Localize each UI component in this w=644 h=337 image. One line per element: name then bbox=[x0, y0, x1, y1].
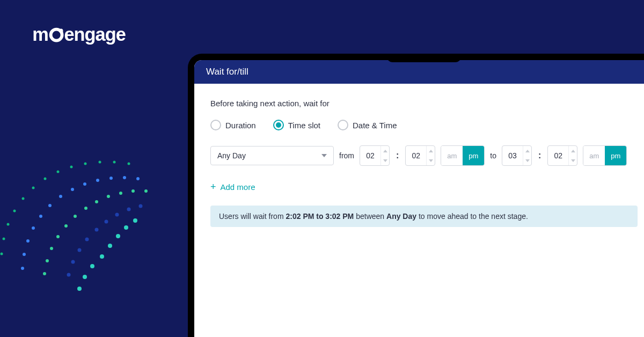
svg-point-48 bbox=[84, 163, 87, 165]
svg-point-29 bbox=[56, 235, 60, 238]
svg-point-20 bbox=[67, 273, 71, 277]
brand-logo: m engage bbox=[32, 24, 150, 47]
svg-point-41 bbox=[39, 215, 42, 218]
timeslot-row: Any Day from 02 : 02 bbox=[210, 145, 638, 166]
app-screen: Wait for/till Before taking next action,… bbox=[194, 60, 644, 337]
svg-point-38 bbox=[136, 177, 140, 180]
svg-point-14 bbox=[115, 213, 119, 217]
svg-point-42 bbox=[32, 226, 35, 230]
svg-point-12 bbox=[95, 228, 99, 232]
add-more-button[interactable]: + Add more bbox=[210, 182, 255, 192]
svg-point-43 bbox=[26, 239, 30, 243]
svg-point-15 bbox=[127, 208, 131, 211]
radio-label: Time slot bbox=[288, 121, 320, 130]
svg-point-53 bbox=[32, 187, 35, 189]
svg-point-36 bbox=[109, 177, 113, 180]
svg-point-13 bbox=[105, 220, 108, 224]
radio-icon bbox=[273, 120, 284, 130]
svg-point-56 bbox=[7, 223, 10, 226]
step-down-icon[interactable] bbox=[427, 156, 435, 165]
summary-mid: between bbox=[354, 212, 386, 221]
from-hour-value: 02 bbox=[360, 146, 380, 165]
svg-point-37 bbox=[123, 176, 126, 179]
svg-text:engage: engage bbox=[64, 24, 126, 45]
step-up-icon[interactable] bbox=[427, 146, 435, 156]
step-up-icon[interactable] bbox=[381, 146, 389, 156]
svg-point-44 bbox=[23, 253, 26, 256]
svg-point-35 bbox=[96, 179, 99, 182]
to-ampm-toggle[interactable]: am pm bbox=[583, 145, 627, 166]
time-colon: : bbox=[537, 151, 542, 160]
svg-point-16 bbox=[139, 204, 143, 208]
day-select[interactable]: Any Day bbox=[210, 146, 334, 165]
svg-point-55 bbox=[13, 210, 16, 213]
svg-point-57 bbox=[3, 238, 5, 240]
svg-point-34 bbox=[83, 182, 86, 186]
time-colon: : bbox=[395, 151, 400, 160]
summary-range: 2:02 PM to 3:02 PM bbox=[286, 212, 354, 221]
svg-point-6 bbox=[116, 234, 120, 238]
plus-icon: + bbox=[210, 182, 216, 192]
to-minute-value: 02 bbox=[548, 146, 568, 165]
svg-point-32 bbox=[43, 272, 46, 275]
from-label: from bbox=[339, 151, 354, 160]
step-down-icon[interactable] bbox=[381, 156, 389, 165]
to-pm-option[interactable]: pm bbox=[605, 146, 626, 165]
radio-icon bbox=[338, 120, 348, 130]
svg-point-23 bbox=[107, 195, 110, 198]
device-notch bbox=[386, 54, 462, 62]
svg-point-31 bbox=[46, 259, 49, 262]
summary-suffix: to move ahead to the next stage. bbox=[416, 212, 528, 221]
summary-day: Any Day bbox=[386, 212, 416, 221]
radio-datetime[interactable]: Date & Time bbox=[338, 120, 397, 130]
svg-point-58 bbox=[1, 253, 3, 255]
step-down-icon[interactable] bbox=[569, 156, 577, 165]
svg-point-24 bbox=[119, 192, 122, 195]
to-minute-stepper[interactable]: 02 bbox=[547, 145, 577, 166]
step-up-icon[interactable] bbox=[523, 146, 531, 156]
svg-point-10 bbox=[83, 275, 87, 279]
device-frame: Wait for/till Before taking next action,… bbox=[188, 54, 644, 337]
to-am-option[interactable]: am bbox=[583, 146, 605, 165]
from-minute-stepper[interactable]: 02 bbox=[405, 145, 435, 166]
from-minute-value: 02 bbox=[406, 146, 426, 165]
from-ampm-toggle[interactable]: am pm bbox=[441, 145, 485, 166]
summary-prefix: Users will wait from bbox=[219, 212, 286, 221]
panel-title: Wait for/till bbox=[194, 60, 644, 84]
wait-prompt: Before taking next action, wait for bbox=[210, 99, 638, 108]
svg-point-28 bbox=[64, 224, 68, 228]
svg-text:m: m bbox=[32, 24, 48, 45]
svg-point-54 bbox=[22, 197, 25, 200]
to-hour-stepper[interactable]: 03 bbox=[502, 145, 532, 166]
svg-point-50 bbox=[113, 161, 116, 164]
from-pm-option[interactable]: pm bbox=[463, 146, 484, 165]
step-up-icon[interactable] bbox=[569, 146, 577, 156]
svg-point-45 bbox=[21, 267, 24, 270]
svg-point-27 bbox=[74, 215, 77, 218]
svg-point-40 bbox=[48, 204, 52, 207]
svg-point-2 bbox=[59, 29, 63, 33]
svg-point-18 bbox=[78, 248, 82, 252]
summary-banner: Users will wait from 2:02 PM to 3:02 PM … bbox=[210, 206, 638, 227]
svg-point-7 bbox=[124, 225, 128, 230]
svg-point-22 bbox=[95, 200, 98, 203]
svg-point-17 bbox=[85, 238, 89, 241]
radio-duration[interactable]: Duration bbox=[210, 120, 256, 130]
radio-timeslot[interactable]: Time slot bbox=[273, 120, 320, 130]
svg-point-26 bbox=[144, 189, 148, 193]
svg-point-30 bbox=[50, 247, 53, 250]
svg-point-33 bbox=[71, 188, 74, 191]
add-more-label: Add more bbox=[221, 182, 255, 192]
svg-point-25 bbox=[131, 189, 135, 193]
from-hour-stepper[interactable]: 02 bbox=[360, 145, 390, 166]
step-down-icon[interactable] bbox=[523, 156, 531, 165]
wait-type-radio-group: Duration Time slot Date & Time bbox=[210, 120, 638, 130]
from-am-option[interactable]: am bbox=[441, 146, 463, 165]
chevron-down-icon bbox=[321, 154, 327, 157]
svg-point-47 bbox=[70, 166, 73, 169]
svg-point-49 bbox=[99, 161, 101, 164]
svg-point-51 bbox=[128, 163, 130, 165]
svg-point-4 bbox=[100, 254, 104, 259]
radio-icon bbox=[210, 120, 221, 130]
day-select-value: Any Day bbox=[217, 151, 246, 160]
